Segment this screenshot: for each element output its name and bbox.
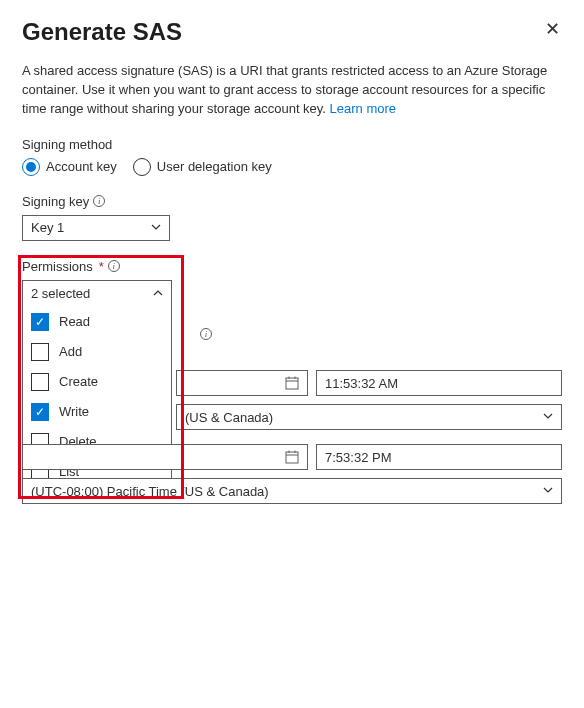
start-timezone-select[interactable]: (US & Canada) xyxy=(176,404,562,430)
info-icon[interactable]: i xyxy=(108,260,120,272)
required-asterisk: * xyxy=(99,259,104,274)
signing-key-label: Signing key xyxy=(22,194,89,209)
radio-account-key-label: Account key xyxy=(46,159,117,174)
svg-rect-4 xyxy=(286,452,298,463)
signing-key-value: Key 1 xyxy=(31,220,64,235)
permissions-label: Permissions xyxy=(22,259,93,274)
checkbox-icon: ✓ xyxy=(31,313,49,331)
radio-account-key[interactable]: Account key xyxy=(22,158,117,176)
radio-user-delegation-key[interactable]: User delegation key xyxy=(133,158,272,176)
expiry-tz-value: (UTC-08:00) Pacific Time (US & Canada) xyxy=(31,484,269,499)
start-time-value: 11:53:32 AM xyxy=(325,376,398,391)
permissions-summary: 2 selected xyxy=(31,286,90,301)
close-icon[interactable]: ✕ xyxy=(543,18,562,40)
expiry-time-value: 7:53:32 PM xyxy=(325,450,392,465)
calendar-icon xyxy=(285,450,299,464)
checkbox-icon xyxy=(31,343,49,361)
svg-rect-0 xyxy=(286,378,298,389)
start-date-input[interactable] xyxy=(176,370,308,396)
start-time-input[interactable]: 11:53:32 AM xyxy=(316,370,562,396)
description-text: A shared access signature (SAS) is a URI… xyxy=(22,62,562,119)
permission-option-add[interactable]: Add xyxy=(23,337,171,367)
expiry-timezone-select[interactable]: (UTC-08:00) Pacific Time (US & Canada) xyxy=(22,478,562,504)
radio-user-delegation-label: User delegation key xyxy=(157,159,272,174)
permission-label: Read xyxy=(59,314,90,329)
description-body: A shared access signature (SAS) is a URI… xyxy=(22,63,547,116)
start-tz-value: (US & Canada) xyxy=(185,410,273,425)
chevron-down-icon xyxy=(543,485,553,497)
page-title: Generate SAS xyxy=(22,18,182,46)
expiry-time-input[interactable]: 7:53:32 PM xyxy=(316,444,562,470)
info-icon[interactable]: i xyxy=(200,328,212,340)
calendar-icon xyxy=(285,376,299,390)
chevron-up-icon xyxy=(153,288,163,300)
info-icon[interactable]: i xyxy=(93,195,105,207)
permission-option-read[interactable]: ✓ Read xyxy=(23,307,171,337)
chevron-down-icon xyxy=(151,222,161,234)
chevron-down-icon xyxy=(543,411,553,423)
expiry-date-input[interactable] xyxy=(22,444,308,470)
learn-more-link[interactable]: Learn more xyxy=(330,101,396,116)
permission-label: Add xyxy=(59,344,82,359)
signing-method-label: Signing method xyxy=(22,137,562,152)
signing-key-select[interactable]: Key 1 xyxy=(22,215,170,241)
